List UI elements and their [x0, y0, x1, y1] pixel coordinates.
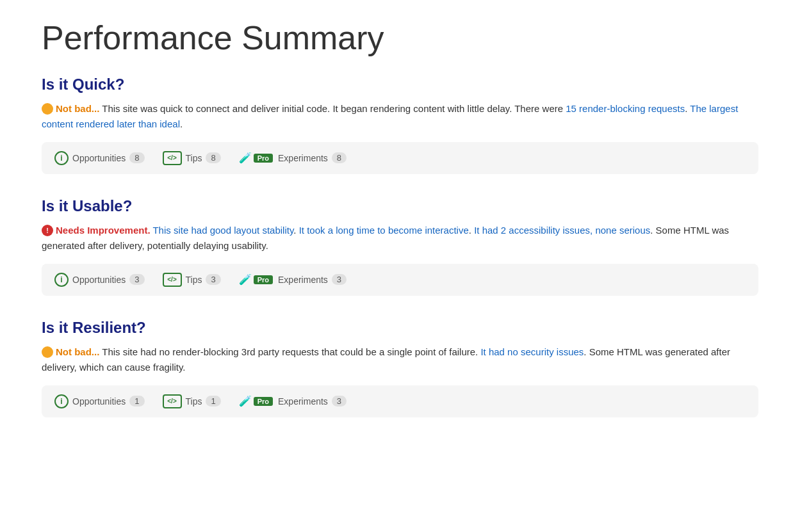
pro-badge: Pro	[254, 397, 273, 406]
tag-count: 8	[129, 152, 144, 163]
tag-label: Opportunities	[72, 275, 126, 285]
tags-bar-resilient: iOpportunities1</>Tips1🧪ProExperiments3	[42, 385, 758, 417]
tag-count: 3	[332, 274, 347, 285]
tag-label: Experiments	[278, 275, 328, 285]
experiments-flask-icon: 🧪	[239, 273, 252, 286]
section-heading-quick: Is it Quick?	[42, 76, 758, 93]
tag-label: Tips	[186, 153, 202, 163]
section-desc-resilient: ⚠Not bad... This site had no render-bloc…	[42, 344, 758, 375]
inline-link[interactable]: 15 render-blocking requests	[566, 103, 685, 114]
tag-tips[interactable]: </>Tips1	[163, 394, 221, 408]
tag-label: Opportunities	[72, 153, 126, 163]
section-quick: Is it Quick?⚠Not bad... This site was qu…	[42, 76, 758, 174]
experiments-flask-icon: 🧪	[239, 152, 252, 164]
tag-experiments[interactable]: 🧪ProExperiments3	[239, 273, 347, 286]
tags-bar-quick: iOpportunities8</>Tips8🧪ProExperiments8	[42, 142, 758, 174]
opportunities-icon: i	[54, 151, 69, 165]
section-usable: Is it Usable?!Needs Improvement. This si…	[42, 197, 758, 296]
status-label-resilient: Not bad...	[56, 346, 99, 357]
opportunities-icon: i	[54, 273, 69, 287]
inline-link[interactable]: It had 2 accessibility issues, none seri…	[474, 225, 650, 236]
error-icon: !	[42, 225, 53, 236]
tips-icon: </>	[163, 151, 182, 165]
tag-count: 1	[206, 396, 220, 407]
tag-opportunities[interactable]: iOpportunities8	[54, 151, 145, 165]
section-desc-quick: ⚠Not bad... This site was quick to conne…	[42, 101, 758, 132]
tag-tips[interactable]: </>Tips8	[163, 151, 221, 165]
status-label-usable: Needs Improvement.	[56, 225, 151, 236]
tag-experiments[interactable]: 🧪ProExperiments8	[239, 152, 347, 164]
opportunities-icon: i	[54, 394, 69, 408]
tag-opportunities[interactable]: iOpportunities1	[54, 394, 145, 408]
tag-opportunities[interactable]: iOpportunities3	[54, 273, 145, 287]
tag-count: 3	[332, 396, 347, 407]
inline-link[interactable]: It took a long time to become interactiv…	[299, 225, 469, 236]
pro-badge: Pro	[254, 154, 273, 163]
section-resilient: Is it Resilient?⚠Not bad... This site ha…	[42, 319, 758, 417]
page-title: Performance Summary	[42, 19, 758, 58]
tag-label: Opportunities	[72, 396, 126, 407]
tips-icon: </>	[163, 273, 182, 287]
experiments-flask-icon: 🧪	[239, 395, 252, 407]
tag-count: 3	[206, 274, 220, 285]
tag-experiments[interactable]: 🧪ProExperiments3	[239, 395, 347, 407]
tags-bar-usable: iOpportunities3</>Tips3🧪ProExperiments3	[42, 264, 758, 296]
tag-count: 3	[129, 274, 144, 285]
warning-icon: ⚠	[42, 103, 53, 115]
tag-label: Tips	[186, 275, 202, 285]
section-heading-resilient: Is it Resilient?	[42, 319, 758, 337]
tag-count: 1	[129, 396, 144, 407]
tag-label: Experiments	[278, 396, 328, 407]
tag-label: Tips	[186, 396, 202, 407]
tag-count: 8	[332, 152, 347, 163]
tips-icon: </>	[163, 394, 182, 408]
section-desc-usable: !Needs Improvement. This site had good l…	[42, 223, 758, 254]
tag-count: 8	[206, 152, 220, 163]
inline-link[interactable]: This site had good layout stability	[152, 225, 293, 236]
tag-tips[interactable]: </>Tips3	[163, 273, 221, 287]
pro-badge: Pro	[254, 275, 273, 284]
tag-label: Experiments	[278, 153, 328, 163]
section-heading-usable: Is it Usable?	[42, 197, 758, 215]
inline-link[interactable]: It had no security issues	[480, 346, 584, 357]
warning-icon: ⚠	[42, 346, 53, 358]
status-label-quick: Not bad...	[56, 103, 99, 114]
